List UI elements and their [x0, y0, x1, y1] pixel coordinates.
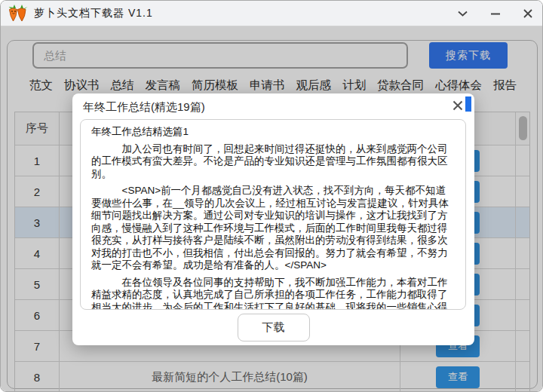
document-paragraph: 加入公司也有时间了，回想起来时间过得还挺快的，从来到感觉两个公司的工作模式有蛮大… [91, 143, 455, 181]
document-paragraph: <SPAN>前一个月都感觉自己没有进入状态，找不到方向，每天都不知道要做些什么事… [91, 185, 455, 272]
minimize-icon[interactable] [490, 10, 501, 17]
document-paragraph: 在各位领导及各位同事的支持帮助下，我不断加强工作能力，本着对工作精益求精的态度，… [91, 277, 455, 311]
app-window: 萝卜头文档下载器 V1.1 搜索下载 范文协议书总结发言稿简历模板申请书观后感计… [0, 0, 543, 392]
document-text-area[interactable]: 年终工作总结精选篇1 加入公司也有时间了，回想起来时间过得还挺快的，从来到感觉两… [80, 119, 466, 310]
title-bar: 萝卜头文档下载器 V1.1 [1, 1, 542, 26]
close-icon[interactable] [523, 8, 533, 19]
window-controls [457, 1, 533, 26]
download-button[interactable]: 下载 [238, 314, 310, 341]
chevron-down-icon[interactable] [457, 10, 468, 17]
modal-title: 年终工作总结(精选19篇) [83, 100, 205, 115]
window-title: 萝卜头文档下载器 V1.1 [34, 7, 153, 20]
carrot-app-icon [8, 4, 29, 23]
document-scrollbar-thumb[interactable] [465, 96, 471, 112]
document-paragraph: 年终工作总结精选篇1 [91, 126, 455, 139]
modal-close-icon[interactable] [451, 99, 465, 112]
document-preview-modal: 年终工作总结(精选19篇) 年终工作总结精选篇1 加入公司也有时间了，回想起来时… [72, 93, 474, 345]
